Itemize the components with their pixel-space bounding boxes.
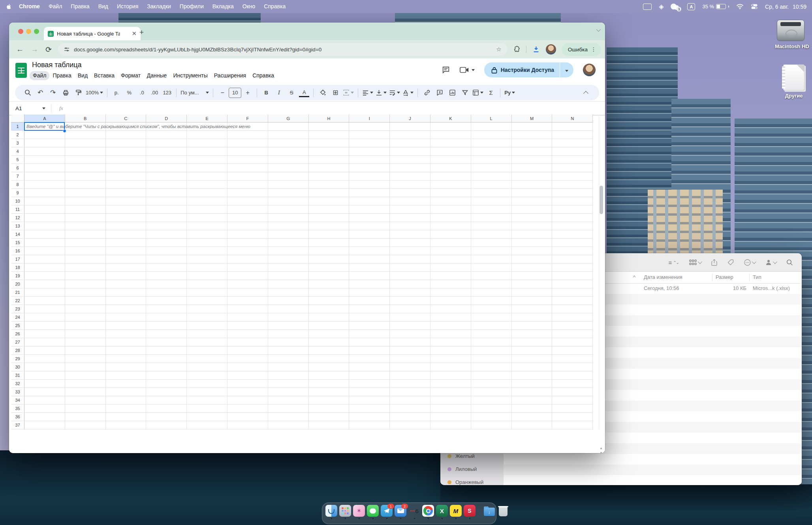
dock-item-mail[interactable]: 2 xyxy=(395,505,406,519)
messages-icon[interactable] xyxy=(367,505,379,517)
dock-item-launchpad[interactable] xyxy=(339,505,351,519)
column-header-F[interactable]: F xyxy=(227,115,268,122)
row-header-35[interactable]: 35 xyxy=(11,405,24,413)
menu-bar-clock[interactable]: Ср, 6 авг. 10:59 xyxy=(765,4,806,10)
search-menus-icon[interactable] xyxy=(23,88,33,98)
column-header-L[interactable]: L xyxy=(471,115,512,122)
row-header-5[interactable]: 5 xyxy=(11,156,24,164)
mac-menu-item-вид[interactable]: Вид xyxy=(94,0,113,13)
spreadsheet-grid[interactable]: ABCDEFGHIJKLMN 1234567891011121314151617… xyxy=(9,115,605,453)
list-view-icon[interactable]: ≡⌃⌄ xyxy=(668,259,679,266)
sheets-menu-вид[interactable]: Вид xyxy=(75,71,91,80)
row-header-12[interactable]: 12 xyxy=(11,214,24,222)
merge-cells-icon[interactable] xyxy=(343,88,354,98)
increase-font-size-button[interactable]: + xyxy=(242,88,253,98)
row-header-17[interactable]: 17 xyxy=(11,255,24,263)
row-header-6[interactable]: 6 xyxy=(11,164,24,172)
row-header-10[interactable]: 10 xyxy=(11,197,24,205)
vertical-scrollbar-thumb[interactable] xyxy=(600,186,603,214)
error-button[interactable]: Ошибка ⋮ xyxy=(562,43,601,56)
cloud-sync-icon[interactable]: 1 xyxy=(671,3,680,10)
desktop-icon-macintosh-hd[interactable]: Macintosh HD xyxy=(775,20,806,49)
name-box[interactable]: A1 xyxy=(9,105,49,111)
row-header-8[interactable]: 8 xyxy=(11,181,24,189)
calendar-icon[interactable]: AUG6 xyxy=(408,505,420,517)
sheets-menu-расширения[interactable]: Расширения xyxy=(211,71,249,80)
download-icon[interactable] xyxy=(532,45,540,54)
row-header-14[interactable]: 14 xyxy=(11,230,24,239)
sheets-logo-icon[interactable] xyxy=(15,63,27,78)
row-header-9[interactable]: 9 xyxy=(11,189,24,197)
decrease-font-size-button[interactable]: − xyxy=(217,88,227,98)
cells-area[interactable] xyxy=(24,122,593,429)
row-header-25[interactable]: 25 xyxy=(11,322,24,330)
pink-app-icon[interactable]: ✶ xyxy=(353,505,365,517)
vertical-align-icon[interactable] xyxy=(376,88,387,98)
fill-color-icon[interactable] xyxy=(318,88,328,98)
control-center-icon[interactable] xyxy=(751,4,758,9)
row-header-1[interactable]: 1 xyxy=(11,122,24,131)
close-window-button[interactable] xyxy=(18,29,23,34)
wifi-icon[interactable] xyxy=(736,4,744,9)
share-button[interactable]: Настройки Доступа xyxy=(484,62,573,77)
column-header-G[interactable]: G xyxy=(268,115,309,122)
tag-icon[interactable] xyxy=(727,259,734,265)
row-header-13[interactable]: 13 xyxy=(11,222,24,230)
bookmark-star-icon[interactable]: ☆ xyxy=(496,46,501,53)
font-size-input[interactable]: 10 xyxy=(229,88,241,98)
finder-tag-3[interactable]: Оранжевый xyxy=(447,479,483,485)
finder-icon[interactable] xyxy=(325,505,337,517)
document-title[interactable]: Новая таблица xyxy=(32,61,82,69)
chrome-icon[interactable] xyxy=(422,505,434,517)
new-tab-button[interactable]: + xyxy=(139,28,144,37)
tab-search-chevron-icon[interactable] xyxy=(596,27,601,32)
share-icon[interactable] xyxy=(711,259,717,266)
keyboard-layout-icon[interactable]: A xyxy=(687,3,695,10)
stage-manager-icon[interactable]: ◈ xyxy=(659,4,664,10)
redo-icon[interactable]: ↷ xyxy=(48,88,58,98)
insert-link-icon[interactable] xyxy=(422,88,432,98)
sheets-menu-данные[interactable]: Данные xyxy=(144,71,170,80)
horizontal-align-icon[interactable] xyxy=(362,88,373,98)
zoom-window-button[interactable] xyxy=(34,29,39,34)
finder-tag-1[interactable]: Желтый xyxy=(447,453,475,459)
more-options-icon[interactable] xyxy=(744,259,755,266)
sort-indicator[interactable]: ^ xyxy=(633,274,635,280)
decrease-decimals-button[interactable]: .0 xyxy=(137,88,147,98)
row-header-22[interactable]: 22 xyxy=(11,297,24,305)
mac-menu-item-файл[interactable]: Файл xyxy=(44,0,66,13)
column-header-M[interactable]: M xyxy=(512,115,553,122)
mac-menu-item-вкладка[interactable]: Вкладка xyxy=(208,0,238,13)
row-header-29[interactable]: 29 xyxy=(11,355,24,363)
row-header-21[interactable]: 21 xyxy=(11,288,24,297)
row-header-23[interactable]: 23 xyxy=(11,305,24,313)
column-header-C[interactable]: C xyxy=(106,115,147,122)
apple-logo-icon[interactable] xyxy=(6,3,12,10)
share-button-main[interactable]: Настройки Доступа xyxy=(484,67,560,73)
column-header-H[interactable]: H xyxy=(309,115,350,122)
column-header-E[interactable]: E xyxy=(187,115,227,122)
insert-comment-icon[interactable] xyxy=(434,88,445,98)
font-select[interactable]: По ум... xyxy=(180,88,209,98)
column-header-date[interactable]: Дата изменения xyxy=(644,274,682,280)
account-avatar[interactable] xyxy=(583,64,596,76)
undo-icon[interactable]: ↶ xyxy=(35,88,45,98)
scroll-up-arrow[interactable]: ▲ xyxy=(600,446,603,450)
group-view-icon[interactable] xyxy=(689,260,701,265)
text-wrap-icon[interactable] xyxy=(389,88,400,98)
row-header-19[interactable]: 19 xyxy=(11,272,24,280)
miro-icon[interactable]: M xyxy=(450,505,462,517)
row-header-30[interactable]: 30 xyxy=(11,363,24,371)
insert-chart-icon[interactable] xyxy=(447,88,457,98)
mac-menu-item-профили[interactable]: Профили xyxy=(175,0,208,13)
row-header-24[interactable]: 24 xyxy=(11,313,24,322)
omnibox[interactable]: docs.google.com/spreadsheets/d/1-yyKgwLU… xyxy=(58,43,507,56)
strikethrough-button[interactable]: S xyxy=(286,88,297,98)
row-header-37[interactable]: 37 xyxy=(11,421,24,429)
mac-menu-item-справка[interactable]: Справка xyxy=(259,0,290,13)
red-app-icon[interactable]: S xyxy=(464,505,476,517)
row-header-26[interactable]: 26 xyxy=(11,330,24,338)
row-header-34[interactable]: 34 xyxy=(11,396,24,405)
dock-item-red-app[interactable]: S xyxy=(464,505,476,519)
mac-menu-item-правка[interactable]: Правка xyxy=(66,0,94,13)
